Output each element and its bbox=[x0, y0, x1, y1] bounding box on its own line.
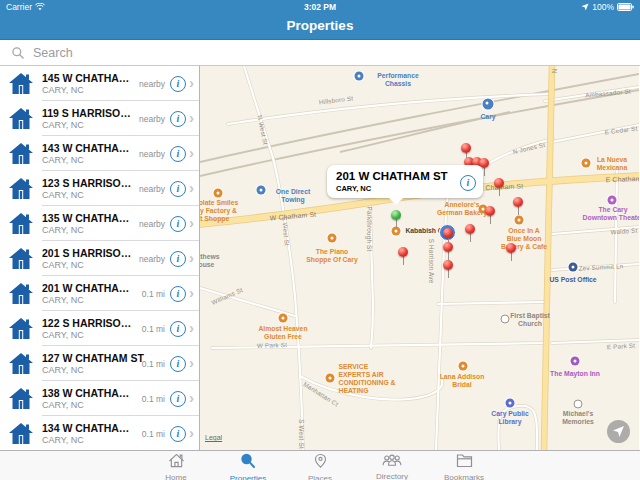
list-item[interactable]: 143 W CHATHA…CARY, NCnearbyi› bbox=[0, 136, 199, 171]
list-item[interactable]: 119 S HARRISO…CARY, NCnearbyi› bbox=[0, 101, 199, 136]
property-city: CARY, NC bbox=[42, 190, 127, 200]
nav-bar: Properties bbox=[0, 13, 640, 40]
list-item[interactable]: 201 S HARRISO…CARY, NCnearbyi› bbox=[0, 241, 199, 276]
property-city: CARY, NC bbox=[42, 330, 127, 340]
poi-icon bbox=[328, 234, 337, 243]
tab-home[interactable]: Home bbox=[154, 451, 198, 480]
list-item[interactable]: 127 W CHATHAM STCARY, NC0.1 mii› bbox=[0, 346, 199, 381]
list-item-text: 143 W CHATHA…CARY, NC bbox=[42, 142, 127, 165]
tab-places[interactable]: Places bbox=[298, 451, 342, 480]
poi-label: PerformanceChassis bbox=[377, 72, 419, 88]
list-item[interactable]: 134 W CHATHA…CARY, NC0.1 mii› bbox=[0, 416, 199, 450]
info-icon[interactable]: i bbox=[170, 111, 186, 127]
street-label: W Park St bbox=[257, 341, 287, 349]
street-label: Parkthrough St bbox=[366, 207, 373, 252]
info-icon[interactable]: i bbox=[170, 216, 186, 232]
chevron-right-icon: › bbox=[189, 180, 194, 195]
tab-label: Bookmarks bbox=[444, 473, 484, 480]
app-window: Carrier 3:02 PM 100% Properties bbox=[0, 0, 640, 480]
poi-label: US Post Office bbox=[549, 276, 596, 284]
tab-bookmarks[interactable]: Bookmarks bbox=[442, 451, 486, 480]
info-icon[interactable]: i bbox=[170, 286, 186, 302]
info-icon[interactable]: i bbox=[170, 146, 186, 162]
chevron-right-icon: › bbox=[189, 425, 194, 440]
chevron-right-icon: › bbox=[189, 250, 194, 265]
street-label: E Park St bbox=[607, 342, 636, 350]
list-item[interactable]: 145 W CHATHA…CARY, NCnearbyi› bbox=[0, 66, 199, 101]
property-pin[interactable] bbox=[398, 247, 408, 267]
property-pin[interactable] bbox=[513, 197, 523, 217]
info-icon[interactable]: i bbox=[170, 426, 186, 442]
list-item[interactable]: 138 W CHATHA…CARY, NC0.1 mii› bbox=[0, 381, 199, 416]
list-item[interactable]: 122 S HARRISO…CARY, NC0.1 mii› bbox=[0, 311, 199, 346]
poi-label: Cary PublicLibrary bbox=[491, 410, 528, 426]
property-pin[interactable] bbox=[443, 242, 453, 262]
battery-percent: 100% bbox=[592, 2, 614, 12]
places-icon bbox=[314, 453, 327, 473]
poi-icon bbox=[459, 362, 468, 371]
info-icon[interactable]: i bbox=[170, 356, 186, 372]
list-item[interactable]: 201 W CHATHA…CARY, NC0.1 mii› bbox=[0, 276, 199, 311]
property-city: CARY, NC bbox=[42, 295, 127, 305]
map[interactable]: Hillsboro StN West StAmbassador StE Ceda… bbox=[200, 66, 639, 450]
callout-title: 201 W CHATHAM ST bbox=[336, 170, 457, 182]
house-icon bbox=[8, 247, 34, 270]
info-icon[interactable]: i bbox=[170, 391, 186, 407]
status-bar: Carrier 3:02 PM 100% bbox=[0, 0, 640, 13]
property-pin[interactable] bbox=[494, 178, 504, 198]
list-item-text: 123 S HARRISO…CARY, NC bbox=[42, 177, 127, 200]
property-city: CARY, NC bbox=[42, 365, 127, 375]
property-city: CARY, NC bbox=[42, 225, 127, 235]
chevron-right-icon: › bbox=[189, 390, 194, 405]
chevron-right-icon: › bbox=[189, 75, 194, 90]
property-pin[interactable] bbox=[465, 224, 475, 244]
locate-me-button[interactable] bbox=[607, 420, 630, 443]
property-list[interactable]: 145 W CHATHA…CARY, NCnearbyi›119 S HARRI… bbox=[0, 66, 200, 450]
chevron-right-icon: › bbox=[189, 285, 194, 300]
legal-link[interactable]: Legal bbox=[205, 434, 222, 441]
battery-icon bbox=[617, 3, 634, 11]
property-pin[interactable] bbox=[506, 243, 516, 263]
property-pin[interactable] bbox=[443, 260, 453, 280]
poi-label: La NuevaMexicana bbox=[597, 156, 628, 172]
info-icon[interactable]: i bbox=[170, 251, 186, 267]
property-city: CARY, NC bbox=[42, 120, 127, 130]
info-icon[interactable]: i bbox=[170, 76, 186, 92]
tab-bar: HomePropertiesPlacesDirectoryBookmarks bbox=[0, 450, 640, 480]
property-distance: 0.1 mi bbox=[127, 394, 165, 404]
callout-info-icon[interactable]: i bbox=[460, 175, 476, 191]
info-icon[interactable]: i bbox=[170, 181, 186, 197]
property-city: CARY, NC bbox=[42, 85, 127, 95]
search-field[interactable] bbox=[0, 40, 200, 65]
tab-label: Properties bbox=[230, 474, 266, 480]
list-item-text: 201 S HARRISO…CARY, NC bbox=[42, 247, 127, 270]
list-item[interactable]: 135 W CHATHA…CARY, NCnearbyi› bbox=[0, 206, 199, 241]
info-icon[interactable]: i bbox=[170, 321, 186, 337]
property-title: 201 W CHATHA… bbox=[42, 282, 127, 294]
poi-label: Annelore'sGerman Bakery bbox=[437, 201, 487, 217]
tab-label: Places bbox=[308, 474, 332, 480]
list-item[interactable]: 123 S HARRISO…CARY, NCnearbyi› bbox=[0, 171, 199, 206]
map-callout[interactable]: 201 W CHATHAM ST CARY, NC i bbox=[327, 165, 483, 198]
poi-label: First BaptistChurch bbox=[510, 312, 550, 328]
tab-directory[interactable]: Directory bbox=[370, 451, 414, 480]
poi-icon bbox=[574, 400, 583, 409]
property-distance: nearby bbox=[127, 149, 165, 159]
page-title: Properties bbox=[0, 13, 640, 39]
property-city: CARY, NC bbox=[42, 400, 127, 410]
tab-properties[interactable]: Properties bbox=[226, 451, 270, 480]
poi-icon bbox=[506, 399, 515, 408]
search-input[interactable] bbox=[31, 45, 185, 61]
poi-label: Cary bbox=[480, 113, 495, 121]
location-arrow-icon bbox=[581, 3, 589, 11]
poi-label: SERVICEEXPERTS AIRCONDITIONING &HEATING bbox=[338, 363, 395, 395]
selected-property-pin[interactable] bbox=[391, 210, 401, 230]
chevron-right-icon: › bbox=[189, 145, 194, 160]
house-icon bbox=[8, 317, 34, 340]
poi-icon bbox=[483, 99, 494, 110]
poi-icon bbox=[214, 189, 223, 198]
list-item-text: 122 S HARRISO…CARY, NC bbox=[42, 317, 127, 340]
property-title: 201 S HARRISO… bbox=[42, 247, 127, 259]
property-pin[interactable] bbox=[485, 206, 495, 226]
chevron-right-icon: › bbox=[189, 320, 194, 335]
